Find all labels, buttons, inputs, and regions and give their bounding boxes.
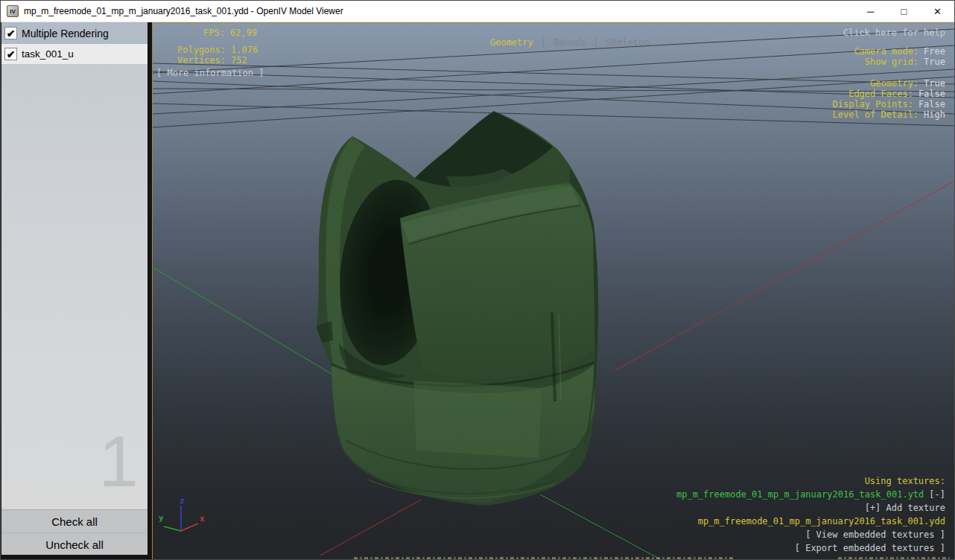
axis-gizmo: z x y bbox=[159, 496, 205, 531]
geometry-value: True bbox=[918, 78, 945, 89]
tab-separator: | bbox=[541, 37, 546, 48]
display-points-value: False bbox=[913, 99, 945, 109]
level-of-detail-label: Level of Detail: bbox=[833, 109, 919, 120]
checkbox-multiple-rendering[interactable]: ✔ bbox=[4, 27, 17, 39]
remove-texture-button[interactable]: [-] bbox=[924, 489, 945, 500]
tab-geometry[interactable]: Geometry bbox=[490, 37, 533, 48]
gizmo-y-label: y bbox=[159, 513, 164, 523]
show-grid-value: True bbox=[918, 57, 945, 67]
window-title: mp_m_freemode_01_mp_m_january2016_task_0… bbox=[24, 6, 854, 16]
model-viewport[interactable]: z x y FPS:62,99 Polygons:1.076 Vertices:… bbox=[152, 22, 955, 560]
display-points-label: Display Points: bbox=[833, 99, 913, 109]
add-texture-button[interactable]: [+] Add texture bbox=[865, 503, 945, 513]
geometry-toggle[interactable]: Geometry:True bbox=[870, 79, 945, 89]
title-bar: IV mp_m_freemode_01_mp_m_january2016_tas… bbox=[1, 1, 954, 22]
edged-faces-label: Edged Faces: bbox=[848, 89, 913, 99]
close-button[interactable]: ✕ bbox=[921, 1, 954, 22]
sidebar-item-multiple-rendering[interactable]: ✔ Multiple Rendering bbox=[1, 22, 147, 44]
uncheck-all-button[interactable]: Uncheck all bbox=[1, 532, 147, 555]
show-grid-label: Show grid: bbox=[865, 57, 918, 67]
red-axis-line bbox=[615, 181, 954, 371]
app-window: IV mp_m_freemode_01_mp_m_january2016_tas… bbox=[0, 0, 955, 560]
minimize-button[interactable]: ─ bbox=[854, 1, 887, 22]
edged-faces-value: False bbox=[913, 89, 945, 99]
display-points-toggle[interactable]: Display Points:False bbox=[833, 100, 946, 109]
level-of-detail-toggle[interactable]: Level of Detail:High bbox=[833, 110, 946, 120]
app-icon: IV bbox=[7, 5, 19, 17]
green-axis-line bbox=[153, 267, 335, 376]
tab-skeleton[interactable]: Skeleton bbox=[606, 37, 650, 48]
sidebar-item-label: task_001_u bbox=[22, 48, 74, 60]
camera-mode-value: Free bbox=[918, 46, 945, 57]
gizmo-x-axis bbox=[181, 524, 198, 531]
export-embedded-textures-button[interactable]: [ Export embedded textures ] bbox=[795, 544, 945, 553]
texture-file-row: mp_m_freemode_01_mp_m_january2016_task_0… bbox=[676, 490, 945, 500]
show-grid-toggle[interactable]: Show grid:True bbox=[865, 57, 945, 67]
clipped-text-row bbox=[354, 557, 734, 560]
edged-faces-toggle[interactable]: Edged Faces:False bbox=[848, 89, 945, 99]
sidebar-item-label: Multiple Rendering bbox=[22, 28, 109, 39]
model-count-watermark: 1 bbox=[99, 433, 139, 491]
sidebar-item-task-001-u[interactable]: ✔ task_001_u bbox=[1, 44, 147, 65]
vest-model bbox=[317, 111, 598, 506]
check-all-button[interactable]: Check all bbox=[1, 510, 147, 532]
tab-separator: | bbox=[593, 37, 598, 48]
help-link[interactable]: Click here for help bbox=[843, 28, 945, 38]
texture-file-name: mp_m_freemode_01_mp_m_january2016_task_0… bbox=[676, 489, 924, 500]
gizmo-x-label: x bbox=[200, 514, 205, 524]
view-embedded-textures-button[interactable]: [ View embedded textures ] bbox=[805, 530, 945, 540]
camera-mode-label: Camera mode: bbox=[854, 46, 918, 57]
green-axis-line bbox=[540, 494, 663, 559]
view-mode-tabs: Geometry|Bounds|Skeleton bbox=[153, 28, 954, 57]
sidebar-button-bar: Check all Uncheck all bbox=[1, 509, 147, 555]
gizmo-z-label: z bbox=[180, 496, 185, 506]
more-information-link[interactable]: [ More information ] bbox=[156, 69, 264, 78]
using-textures-header: Using textures: bbox=[865, 477, 945, 486]
geometry-label: Geometry: bbox=[870, 78, 918, 89]
model-list-sidebar: ✔ Multiple Rendering ✔ task_001_u 1 Chec… bbox=[1, 22, 147, 555]
tab-bounds[interactable]: Bounds bbox=[553, 37, 586, 48]
checkbox-task-001-u[interactable]: ✔ bbox=[4, 48, 17, 60]
maximize-button[interactable]: □ bbox=[887, 1, 921, 22]
gizmo-y-axis bbox=[164, 526, 181, 531]
model-file-name: mp_m_freemode_01_mp_m_january2016_task_0… bbox=[698, 517, 945, 526]
camera-mode-toggle[interactable]: Camera mode:Free bbox=[854, 47, 945, 57]
red-axis-line bbox=[320, 500, 421, 556]
level-of-detail-value: High bbox=[918, 109, 945, 120]
clipped-text-row bbox=[838, 557, 950, 560]
